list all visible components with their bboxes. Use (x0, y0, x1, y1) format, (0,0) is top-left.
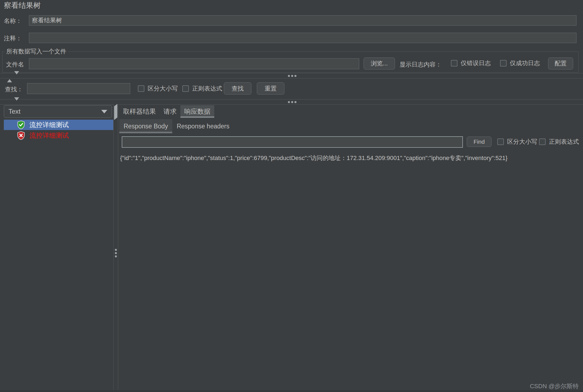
bottom-edge (0, 390, 583, 392)
configure-button[interactable]: 配置 (548, 58, 573, 70)
splitter2-collapse-up-icon[interactable] (7, 101, 12, 105)
splitter-middle[interactable] (0, 99, 583, 105)
success-only-label: 仅成功日志 (510, 59, 540, 67)
comment-input[interactable] (29, 33, 576, 43)
reset-button[interactable]: 重置 (257, 82, 284, 95)
errors-only-checkbox-box[interactable] (451, 60, 457, 67)
response-find-button[interactable]: Find (467, 137, 492, 147)
tree-item-success[interactable]: 流控详细测试 (4, 120, 113, 130)
chevron-down-icon (101, 110, 107, 113)
search-case-sensitive-checkbox[interactable]: 区分大小写 (138, 83, 178, 95)
response-case-sensitive-box[interactable] (497, 138, 504, 145)
splitter-collapse-down-icon[interactable] (14, 74, 19, 79)
response-case-sensitive-label: 区分大小写 (507, 138, 537, 146)
filename-input[interactable] (29, 58, 359, 69)
view-results-tree-window: 察看结果树 名称： 注释： 所有数据写入一个文件 文件名 浏览... 显示日志内… (0, 0, 583, 392)
tab-sampler-result[interactable]: 取样器结果 (119, 105, 160, 118)
search-regex-box[interactable] (182, 85, 189, 92)
view-mode-value: Text (8, 108, 20, 115)
tab-response-headers[interactable]: Response headers (172, 119, 234, 133)
search-case-sensitive-box[interactable] (138, 85, 144, 92)
comment-label: 注释： (4, 34, 22, 43)
search-label: 查找： (5, 85, 23, 94)
response-regex-checkbox[interactable]: 正则表达式 (539, 136, 579, 147)
search-regex-label: 正则表达式 (192, 85, 222, 93)
tree-item-error[interactable]: 流控详细测试 (4, 130, 113, 141)
error-shield-icon (17, 131, 25, 140)
splitter-grip-icon (288, 75, 296, 77)
splitter2-grip-icon (288, 101, 296, 103)
tab-response-body[interactable]: Response Body (119, 119, 172, 133)
response-case-sensitive-checkbox[interactable]: 区分大小写 (497, 136, 537, 147)
search-input[interactable] (27, 83, 130, 94)
write-data-group-legend: 所有数据写入一个文件 (5, 47, 68, 56)
errors-only-label: 仅错误日志 (461, 59, 491, 67)
tree-item-label: 流控详细测试 (29, 131, 69, 140)
errors-only-checkbox[interactable]: 仅错误日志 (451, 57, 491, 69)
response-regex-box[interactable] (539, 138, 546, 145)
name-label: 名称： (4, 17, 22, 25)
response-sub-tab-bar: Response Body Response headers (119, 119, 234, 133)
watermark: CSDN @步尔斯特 (530, 382, 579, 390)
log-display-label: 显示日志内容： (400, 61, 442, 69)
filename-label: 文件名 (6, 61, 24, 69)
name-input[interactable] (29, 15, 576, 26)
tree-item-label: 流控详细测试 (29, 120, 69, 129)
success-only-checkbox[interactable]: 仅成功日志 (500, 57, 540, 69)
search-regex-checkbox[interactable]: 正则表达式 (182, 83, 222, 95)
response-body-text: {"id":"1","productName":"iphone","status… (120, 154, 579, 162)
results-tab-bar: 取样器结果 请求 响应数据 (119, 105, 214, 118)
splitter-collapse-up-icon[interactable] (7, 74, 12, 79)
splitter2-collapse-down-icon[interactable] (14, 101, 19, 105)
vsplitter-collapse-right-icon[interactable] (114, 113, 117, 118)
browse-button[interactable]: 浏览... (364, 58, 395, 70)
tab-response-data[interactable]: 响应数据 (180, 105, 214, 118)
search-case-sensitive-label: 区分大小写 (148, 85, 178, 93)
view-mode-dropdown[interactable]: Text (4, 105, 112, 118)
vsplitter-grip-icon (115, 249, 117, 257)
success-shield-icon (17, 120, 25, 129)
find-button[interactable]: 查找 (224, 82, 251, 95)
tab-request[interactable]: 请求 (160, 105, 180, 118)
response-regex-label: 正则表达式 (549, 138, 579, 146)
response-search-input[interactable] (122, 136, 463, 148)
splitter-vertical[interactable] (113, 104, 118, 392)
success-only-checkbox-box[interactable] (500, 60, 507, 67)
page-title: 察看结果树 (4, 1, 41, 10)
splitter-top[interactable] (0, 73, 583, 79)
